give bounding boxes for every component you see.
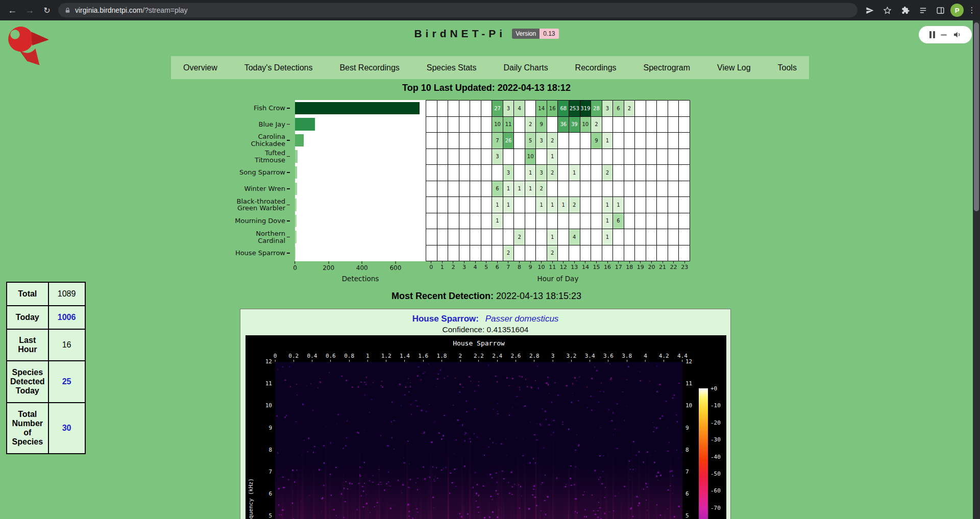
heatmap-cell-fish-crow-h1 (437, 101, 448, 116)
heatmap-cell-carolina-chickadee-h20 (646, 133, 657, 149)
nav-item-best-recordings[interactable]: Best Recordings (335, 63, 403, 72)
nav-item-view-log[interactable]: View Log (713, 63, 755, 72)
nav-item-daily-charts[interactable]: Daily Charts (500, 63, 552, 72)
hour-label-8: 8 (514, 261, 525, 270)
hour-label-13: 13 (569, 261, 580, 270)
heatmap-cell-song-sparrow-h21 (657, 165, 668, 181)
heatmap-cell-northern-cardinal-h8: 2 (514, 229, 525, 245)
heatmap-cell-house-sparrow-h1 (437, 245, 448, 261)
heatmap-cell-blue-jay-h19 (635, 117, 646, 133)
heatmap-cell-fish-crow-h23 (679, 101, 690, 116)
seek-dash[interactable] (941, 34, 947, 36)
heatmap-cell-blue-jay-h11 (547, 117, 558, 133)
heatmap-cell-carolina-chickadee-h14 (580, 133, 591, 149)
spec-freq-tick-right-12: 12 (685, 358, 701, 365)
heatmap-cell-black-throated-green-warbler-h17: 1 (613, 197, 624, 213)
heatmap-cell-fish-crow-h18: 2 (624, 101, 635, 116)
back-icon[interactable]: ← (5, 3, 19, 17)
heatmap-cell-house-sparrow-h8 (514, 245, 525, 261)
heatmap-cell-winter-wren-h9: 1 (525, 181, 536, 197)
hour-label-21: 21 (657, 261, 668, 270)
heatmap-cell-tufted-titmouse-h19 (635, 149, 646, 165)
volume-icon[interactable] (952, 30, 962, 39)
forward-icon[interactable]: → (22, 3, 37, 17)
heatmap-cell-carolina-chickadee-h2 (448, 133, 459, 149)
bookmark-star-icon[interactable] (880, 3, 894, 17)
top10-heading: Top 10 Last Updated: 2022-04-13 18:12 (0, 83, 973, 93)
spec-db-tick-60: -60 (710, 487, 721, 494)
heatmap-cell-mourning-dove-h15 (591, 213, 602, 229)
heatmap-cell-blue-jay-h20 (646, 117, 657, 133)
heatmap-cell-fish-crow-h16: 3 (602, 101, 613, 116)
stat-label-total-number-of-species: Total Number of Species (7, 403, 48, 454)
heatmap-cell-mourning-dove-h6: 1 (492, 213, 503, 229)
heatmap-cell-blue-jay-h0 (426, 117, 437, 133)
recent-detection-heading: Most Recent Detection: 2022-04-13 18:15:… (0, 291, 973, 302)
spectrogram: House Sparrow Frequency (kHz) 00.20.40.6… (246, 335, 726, 519)
heatmap-cell-black-throated-green-warbler-h0 (426, 197, 437, 213)
hour-label-11: 11 (547, 261, 558, 270)
spec-db-tick-30: -30 (710, 436, 721, 443)
birdnetpi-page: BirdNET-Pi Version 0.13 OverviewToday's … (0, 20, 980, 519)
stat-value-today[interactable]: 1006 (48, 306, 85, 329)
heatmap-cell-black-throated-green-warbler-h2 (448, 197, 459, 213)
spec-freq-tick-right-9: 9 (685, 425, 701, 431)
heatmap-cell-house-sparrow-h18 (624, 245, 635, 261)
spec-time-tick-2: 2 (458, 353, 462, 362)
reload-icon[interactable]: ↻ (40, 3, 54, 17)
stat-value-total-number-of-species[interactable]: 30 (48, 403, 85, 454)
heatmap-cell-winter-wren-h23 (679, 181, 690, 197)
spec-time-tick-2-2: 2.2 (474, 353, 484, 362)
heatmap-cell-black-throated-green-warbler-h10: 1 (536, 197, 547, 213)
heatmap-cell-blue-jay-h21 (657, 117, 668, 133)
heatmap-cell-fish-crow-h4 (470, 101, 481, 116)
heatmap-cell-mourning-dove-h14 (580, 213, 591, 229)
heatmap-cell-song-sparrow-h16: 2 (602, 165, 613, 181)
spec-time-tick-0-2: 0.2 (288, 353, 299, 362)
spec-db-tick-70: -70 (710, 505, 721, 511)
heatmap-cell-mourning-dove-h12 (558, 213, 569, 229)
browser-toolbar: ← → ↻ virginia.birdnetpi.com/?stream=pla… (0, 0, 980, 20)
heatmap-cell-black-throated-green-warbler-h13: 2 (569, 197, 580, 213)
heatmap-cell-house-sparrow-h2 (448, 245, 459, 261)
reading-list-icon[interactable] (916, 3, 930, 17)
page-scrollbar[interactable] (973, 20, 980, 519)
nav-item-spectrogram[interactable]: Spectrogram (640, 63, 695, 72)
send-icon[interactable] (863, 3, 877, 17)
heatmap-cell-northern-cardinal-h6 (492, 229, 503, 245)
extensions-puzzle-icon[interactable] (898, 3, 913, 17)
heatmap-cell-northern-cardinal-h3 (459, 229, 470, 245)
profile-avatar[interactable]: P (950, 4, 964, 17)
heatmap-cell-house-sparrow-h23 (679, 245, 690, 261)
scrollbar-thumb[interactable] (974, 22, 979, 211)
heatmap-cell-fish-crow-h2 (448, 101, 459, 116)
side-panel-icon[interactable] (933, 3, 947, 17)
nav-item-overview[interactable]: Overview (179, 63, 222, 72)
stat-value-species-detected-today[interactable]: 25 (48, 361, 85, 403)
spec-time-tick-0-6: 0.6 (326, 353, 336, 362)
heatmap-cell-fish-crow-h10: 14 (536, 101, 547, 116)
nav-item-today-s-detections[interactable]: Today's Detections (240, 63, 317, 72)
heatmap-cell-carolina-chickadee-h7: 26 (503, 133, 514, 149)
audio-player[interactable] (919, 26, 972, 43)
spec-db-tick-0: +0 (710, 385, 717, 392)
menu-kebab-icon[interactable]: ⋮ (965, 3, 979, 17)
heatmap-cell-tufted-titmouse-h20 (646, 149, 657, 165)
pause-icon[interactable] (929, 31, 935, 38)
species-common-name-link[interactable]: House Sparrow: (412, 314, 479, 324)
heatmap-cell-mourning-dove-h13 (569, 213, 580, 229)
heatmap-cell-black-throated-green-warbler-h15 (591, 197, 602, 213)
heatmap-cell-northern-cardinal-h2 (448, 229, 459, 245)
spec-freq-tick-right-11: 11 (685, 380, 701, 387)
heatmap-cell-tufted-titmouse-h15 (591, 149, 602, 165)
heatmap-cell-carolina-chickadee-h11: 2 (547, 133, 558, 149)
spec-time-tick-1-8: 1.8 (437, 353, 447, 362)
nav-item-recordings[interactable]: Recordings (571, 63, 621, 72)
nav-item-species-stats[interactable]: Species Stats (423, 63, 481, 72)
heatmap-cell-blue-jay-h5 (481, 117, 492, 133)
heatmap-cell-blue-jay-h22 (668, 117, 679, 133)
version-label: Version (512, 29, 540, 39)
address-bar[interactable]: virginia.birdnetpi.com/?stream=play (58, 3, 857, 17)
nav-item-tools[interactable]: Tools (774, 63, 801, 72)
stats-row-species-detected-today: Species Detected Today25 (7, 361, 85, 403)
